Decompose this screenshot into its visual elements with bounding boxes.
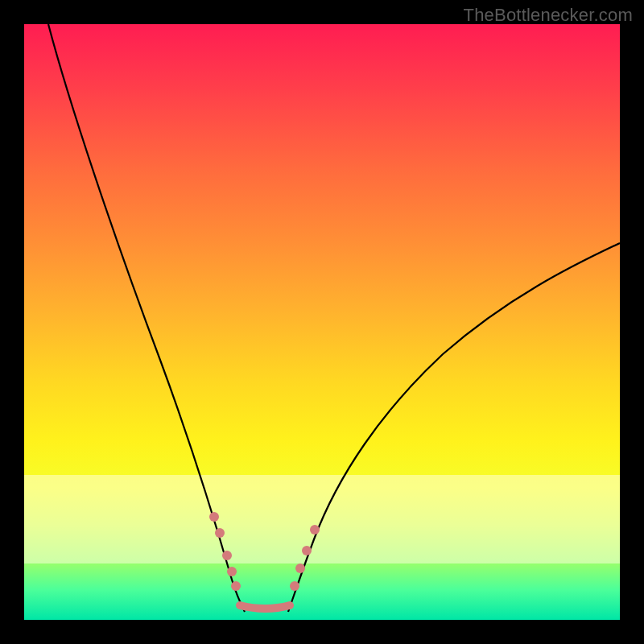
marker-dot [310, 525, 320, 535]
marker-dot [222, 551, 232, 560]
trough-bridge [240, 605, 290, 609]
marker-dot [295, 564, 305, 573]
curve-layer [24, 24, 620, 620]
watermark-text: TheBottlenecker.com [464, 5, 633, 26]
right-curve [288, 243, 620, 612]
left-curve [48, 24, 245, 612]
plot-area [24, 24, 620, 620]
marker-dot [290, 581, 299, 591]
marker-dot [227, 567, 237, 576]
marker-dot [302, 546, 312, 555]
chart-frame: TheBottlenecker.com [0, 0, 644, 644]
marker-dot [209, 512, 219, 522]
marker-dot [231, 581, 241, 591]
marker-dot [215, 528, 225, 538]
